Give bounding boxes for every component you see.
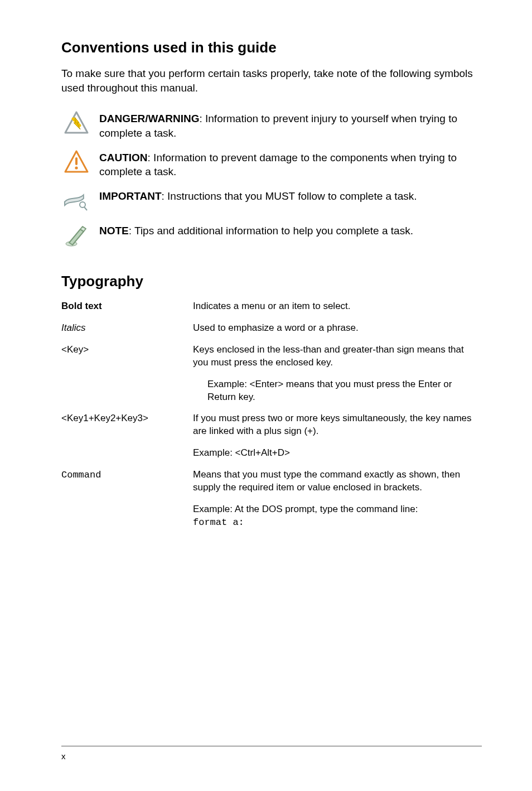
table-row: ItalicsUsed to emphasize a word or a phr… — [61, 317, 482, 339]
keycombo-example-term — [61, 442, 193, 464]
typography-desc: Means that you must type the command exa… — [193, 464, 482, 499]
admonition-caution-body: : Information to prevent damage to the c… — [99, 152, 457, 178]
admonition-important-label: IMPORTANT — [99, 190, 162, 202]
caution-icon — [64, 149, 89, 175]
admonitions-list: DANGER/WARNING: Information to prevent i… — [61, 110, 482, 248]
typography-table: Bold textIndicates a menu or an item to … — [61, 296, 482, 534]
admonition-danger-text: DANGER/WARNING: Information to prevent i… — [99, 110, 482, 140]
admonition-important-body: : Instructions that you MUST follow to c… — [162, 190, 417, 202]
typography-desc: Example: At the DOS prompt, type the com… — [193, 499, 482, 534]
key-example-term — [61, 374, 193, 408]
bold-text-term: Bold text — [61, 296, 193, 317]
conventions-heading: Conventions used in this guide — [61, 39, 482, 56]
table-row: Example: <Enter> means that you must pre… — [61, 374, 482, 408]
typography-desc: Example: <Ctrl+Alt+D> — [193, 442, 482, 464]
conventions-intro: To make sure that you perform certain ta… — [61, 66, 482, 95]
admonition-note: NOTE: Tips and additional information to… — [61, 223, 482, 248]
admonition-danger-label: DANGER/WARNING — [99, 113, 199, 124]
admonition-danger: DANGER/WARNING: Information to prevent i… — [61, 110, 482, 140]
key-term: <Key> — [61, 339, 193, 374]
svg-point-3 — [75, 166, 78, 169]
important-icon — [64, 188, 89, 214]
table-row: Bold textIndicates a menu or an item to … — [61, 296, 482, 317]
svg-line-5 — [84, 207, 87, 210]
page-number: x — [61, 751, 66, 761]
typography-heading: Typography — [61, 273, 482, 290]
svg-rect-2 — [75, 157, 78, 165]
typography-desc: Example: <Enter> means that you must pre… — [193, 374, 482, 408]
table-row: <Key1+Key2+Key3>If you must press two or… — [61, 408, 482, 442]
command-example-term — [61, 499, 193, 534]
admonition-note-text: NOTE: Tips and additional information to… — [99, 223, 413, 238]
table-row: <Key>Keys enclosed in the less-than and … — [61, 339, 482, 374]
admonition-important: IMPORTANT: Instructions that you MUST fo… — [61, 188, 482, 214]
keycombo-term: <Key1+Key2+Key3> — [61, 408, 193, 442]
table-row: CommandMeans that you must type the comm… — [61, 464, 482, 499]
command-term: Command — [61, 464, 193, 499]
typography-desc: If you must press two or more keys simul… — [193, 408, 482, 442]
typography-desc: Used to emphasize a word or a phrase. — [193, 317, 482, 339]
admonition-caution-text: CAUTION: Information to prevent damage t… — [99, 149, 482, 179]
danger-icon — [64, 110, 89, 136]
admonition-note-body: : Tips and additional information to hel… — [129, 225, 413, 237]
typography-desc: Keys enclosed in the less-than and great… — [193, 339, 482, 374]
admonition-caution-label: CAUTION — [99, 152, 148, 163]
svg-point-4 — [80, 202, 85, 208]
typography-desc-text: Example: <Enter> means that you must pre… — [193, 378, 478, 404]
table-row: Example: At the DOS prompt, type the com… — [61, 499, 482, 534]
note-icon — [64, 223, 89, 248]
admonition-important-text: IMPORTANT: Instructions that you MUST fo… — [99, 188, 417, 204]
admonition-note-label: NOTE — [99, 225, 129, 237]
typography-desc: Indicates a menu or an item to select. — [193, 296, 482, 317]
table-row: Example: <Ctrl+Alt+D> — [61, 442, 482, 464]
admonition-caution: CAUTION: Information to prevent damage t… — [61, 149, 482, 179]
italics-term: Italics — [61, 317, 193, 339]
typography-tbody: Bold textIndicates a menu or an item to … — [61, 296, 482, 534]
page: Conventions used in this guide To make s… — [0, 0, 532, 791]
footer-rule — [61, 746, 482, 746]
